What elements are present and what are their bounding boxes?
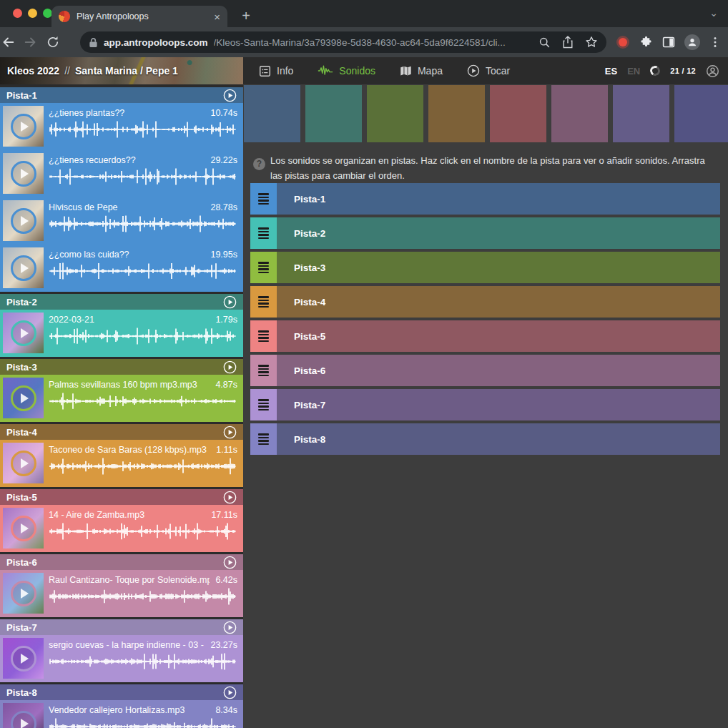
extensions-puzzle-icon[interactable] — [639, 36, 653, 49]
track-color-swatch-8[interactable] — [674, 85, 728, 142]
browser-tab[interactable]: Play Antropoloops × — [51, 6, 227, 27]
audio-clip[interactable]: Hiviscus de Pepe 28.78s — [0, 197, 243, 245]
waveform[interactable] — [49, 392, 237, 410]
track-drag-handle[interactable] — [250, 217, 277, 249]
track-color-swatch-4[interactable] — [428, 85, 485, 142]
sidebar-track-header[interactable]: Pista-7 — [0, 619, 243, 635]
clip-play-overlay-icon[interactable] — [11, 208, 36, 234]
close-window-button[interactable] — [13, 9, 22, 18]
track-row-name-button[interactable]: Pista-5 — [277, 320, 720, 352]
waveform[interactable] — [49, 457, 237, 476]
browser-menu-icon[interactable] — [709, 36, 721, 49]
waveform[interactable] — [49, 587, 237, 606]
clip-thumbnail[interactable] — [3, 443, 44, 483]
nav-tab-tocar[interactable]: Tocar — [467, 64, 510, 77]
clip-play-overlay-icon[interactable] — [11, 320, 36, 346]
sidebar-track-header[interactable]: Pista-6 — [0, 554, 243, 570]
share-icon[interactable] — [562, 36, 574, 49]
lang-en-button[interactable]: EN — [627, 66, 640, 77]
waveform[interactable] — [49, 652, 237, 671]
track-color-swatch-6[interactable] — [551, 85, 608, 142]
lang-es-button[interactable]: ES — [605, 66, 617, 77]
track-play-circle-icon[interactable] — [223, 89, 237, 102]
clip-play-overlay-icon[interactable] — [11, 516, 36, 541]
audio-clip[interactable]: Vendedor callejero Hortalizas.mp3 8.34s — [0, 700, 243, 728]
track-color-swatch-3[interactable] — [367, 85, 423, 142]
track-color-swatch-7[interactable] — [613, 85, 669, 142]
track-play-circle-icon[interactable] — [223, 491, 237, 504]
clip-thumbnail[interactable] — [3, 106, 44, 147]
clip-play-overlay-icon[interactable] — [11, 114, 36, 139]
track-row-name-button[interactable]: Pista-1 — [277, 183, 720, 215]
track-drag-handle[interactable] — [250, 389, 277, 420]
sidebar-track-header[interactable]: Pista-2 — [0, 294, 243, 310]
track-play-circle-icon[interactable] — [223, 426, 237, 439]
track-row-name-button[interactable]: Pista-7 — [277, 389, 720, 420]
account-circle-icon[interactable] — [706, 64, 719, 78]
clip-thumbnail[interactable] — [3, 573, 44, 614]
sidebar-track-header[interactable]: Pista-3 — [0, 359, 243, 375]
sidebar-track-header[interactable]: Pista-4 — [0, 424, 243, 440]
track-drag-handle[interactable] — [250, 320, 277, 352]
track-row-name-button[interactable]: Pista-6 — [277, 355, 720, 386]
bookmark-star-icon[interactable] — [585, 36, 598, 49]
track-row-name-button[interactable]: Pista-8 — [277, 423, 720, 455]
clip-play-overlay-icon[interactable] — [11, 646, 36, 672]
audio-clip[interactable]: ¿¿como las cuida?? 19.95s — [0, 245, 243, 292]
clip-thumbnail[interactable] — [3, 508, 44, 549]
clip-thumbnail[interactable] — [3, 378, 44, 418]
track-color-swatch-2[interactable] — [305, 85, 362, 142]
sidebar-track-header[interactable]: Pista-1 — [0, 87, 243, 103]
clip-play-overlay-icon[interactable] — [11, 255, 36, 281]
clip-thumbnail[interactable] — [3, 200, 44, 241]
address-bar[interactable]: app.antropoloops.com/Kleos-Santa-Marina/… — [80, 31, 606, 53]
zoom-icon[interactable] — [538, 36, 551, 49]
map-thumbnail-banner[interactable]: Kleos 2022 // Santa Marina / Pepe 1 — [0, 57, 243, 84]
nav-tab-sonidos[interactable]: Sonidos — [318, 65, 375, 77]
track-row-name-button[interactable]: Pista-2 — [277, 217, 720, 249]
waveform[interactable] — [49, 717, 237, 728]
track-drag-handle[interactable] — [250, 423, 277, 455]
track-drag-handle[interactable] — [250, 183, 277, 215]
breadcrumb-project[interactable]: Kleos 2022 — [7, 65, 59, 77]
audio-clip[interactable]: sergio cuevas - la harpe indienne - 03 -… — [0, 635, 243, 682]
nav-tab-info[interactable]: Info — [259, 65, 293, 77]
audio-clip[interactable]: 14 - Aire de Zamba.mp3 17.11s — [0, 505, 243, 552]
track-play-circle-icon[interactable] — [223, 556, 237, 569]
tab-close-icon[interactable]: × — [214, 11, 220, 22]
audio-clip[interactable]: Taconeo de Sara Baras (128 kbps).mp3 1.1… — [0, 440, 243, 487]
clip-play-overlay-icon[interactable] — [11, 451, 36, 476]
audio-clip[interactable]: 2022-03-21 1.79s — [0, 310, 243, 357]
track-row-name-button[interactable]: Pista-4 — [277, 286, 720, 318]
track-color-swatch-1[interactable] — [244, 85, 300, 142]
clip-play-overlay-icon[interactable] — [11, 711, 36, 728]
audio-clip[interactable]: ¿¿tienes plantas?? 10.74s — [0, 103, 243, 150]
clip-thumbnail[interactable] — [3, 313, 44, 353]
track-row-name-button[interactable]: Pista-3 — [277, 252, 720, 283]
sidebar-track-header[interactable]: Pista-5 — [0, 489, 243, 505]
new-tab-button[interactable]: + — [237, 6, 255, 25]
waveform[interactable] — [49, 167, 237, 186]
waveform[interactable] — [49, 120, 237, 139]
track-play-circle-icon[interactable] — [223, 295, 237, 309]
track-drag-handle[interactable] — [250, 252, 277, 283]
clip-thumbnail[interactable] — [3, 638, 44, 679]
forward-button[interactable] — [23, 34, 46, 50]
track-play-circle-icon[interactable] — [223, 686, 237, 699]
minimize-window-button[interactable] — [28, 9, 37, 18]
audio-clip[interactable]: ¿¿tienes recuerdos?? 29.22s — [0, 150, 243, 197]
browser-profile-avatar[interactable] — [684, 34, 700, 50]
side-panel-icon[interactable] — [662, 36, 675, 49]
sidebar-track-header[interactable]: Pista-8 — [0, 684, 243, 700]
waveform[interactable] — [49, 522, 237, 541]
clip-play-overlay-icon[interactable] — [11, 385, 36, 411]
nav-tab-mapa[interactable]: Mapa — [400, 65, 443, 77]
waveform[interactable] — [49, 262, 237, 280]
clip-thumbnail[interactable] — [3, 153, 44, 194]
waveform[interactable] — [49, 327, 237, 345]
audio-clip[interactable]: Palmas sevillanas 160 bpm mp3.mp3 4.87s — [0, 375, 243, 422]
clip-play-overlay-icon[interactable] — [11, 161, 36, 187]
track-color-swatch-5[interactable] — [490, 85, 546, 142]
audio-clip[interactable]: Raul Cantizano- Toque por Solenoide.mp3 … — [0, 570, 243, 617]
clip-thumbnail[interactable] — [3, 247, 44, 288]
